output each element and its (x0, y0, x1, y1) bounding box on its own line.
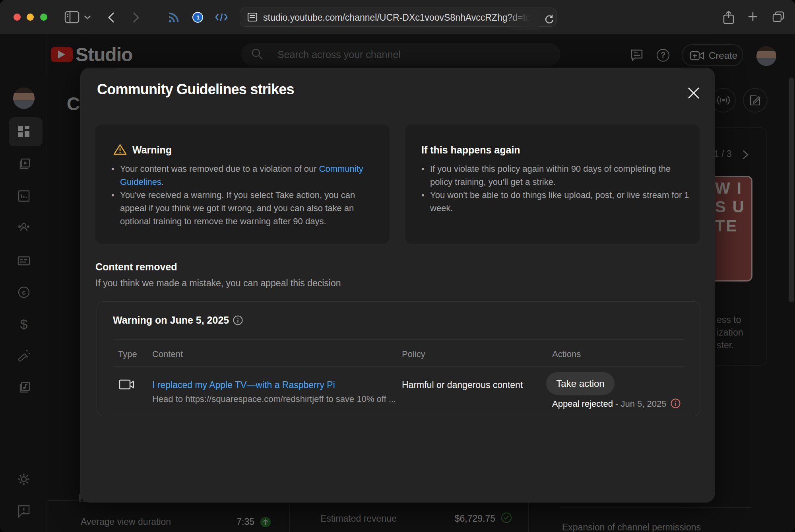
tab-overview-button[interactable] (772, 11, 785, 23)
policy-value: Harmful or dangerous content (402, 380, 523, 390)
warning-card: Warning Your content was removed due to … (95, 124, 390, 244)
warning-icon (113, 144, 127, 155)
code-extension-icon[interactable] (215, 12, 228, 22)
video-type-icon (119, 379, 135, 390)
modal-title: Community Guidelines strikes (97, 81, 294, 98)
url-text[interactable]: studio.youtube.com/channel/UCR-DXc1voovS… (263, 12, 541, 23)
table-divider-top (113, 339, 685, 340)
new-tab-button[interactable] (747, 11, 758, 22)
strike-details-card: Warning on June 5, 2025 Type Content Pol… (97, 301, 700, 416)
strikes-modal: Community Guidelines strikes Warning You… (80, 68, 715, 503)
column-header-actions: Actions (552, 349, 581, 359)
table-divider-header (113, 366, 685, 367)
browser-window: 1 studio.youtube.com/channel/UCR-DXc1voo… (0, 0, 795, 532)
column-header-type: Type (118, 349, 137, 359)
appeal-status-line: Appeal rejected - Jun 5, 2025 (552, 397, 679, 409)
reader-view-icon[interactable] (247, 12, 258, 22)
title-divider (80, 108, 715, 108)
if-again-card: If this happens again If you violate thi… (405, 124, 700, 244)
if-again-bullet-1: If you violate this policy again within … (405, 162, 700, 188)
strike-card-heading-row: Warning on June 5, 2025 (113, 315, 243, 326)
appeal-rejected-info-icon[interactable] (671, 398, 681, 408)
appeal-status: Appeal rejected (552, 399, 613, 409)
onepassword-extension-icon[interactable]: 1 (192, 12, 203, 23)
strike-card-heading: Warning on June 5, 2025 (113, 315, 229, 326)
take-action-button[interactable]: Take action (546, 372, 615, 395)
window-minimize-button[interactable] (27, 14, 34, 21)
warning-heading: Warning (132, 144, 172, 156)
window-zoom-button[interactable] (40, 14, 47, 21)
appeal-date: - Jun 5, 2025 (615, 399, 666, 409)
sidebar-toggle-icon[interactable] (64, 11, 80, 23)
share-button[interactable] (723, 10, 735, 25)
if-again-bullet-2: You won't be able to do things like uplo… (405, 188, 700, 215)
content-removed-subheading: If you think we made a mistake, you can … (95, 278, 341, 289)
url-fade (504, 9, 539, 30)
address-bar[interactable]: studio.youtube.com/channel/UCR-DXc1voovS… (240, 8, 556, 27)
back-button[interactable] (107, 12, 117, 23)
reload-button[interactable] (545, 15, 554, 25)
video-subtitle: Head to https://squarespace.com/redshirt… (152, 394, 396, 404)
close-icon[interactable] (686, 85, 701, 101)
column-header-content: Content (152, 349, 183, 359)
take-action-label: Take action (556, 378, 604, 389)
forward-button[interactable] (130, 12, 141, 23)
if-again-heading: If this happens again (421, 144, 520, 156)
toolbar-chevron-down-icon[interactable] (83, 14, 91, 20)
rss-extension-icon[interactable] (168, 12, 179, 23)
warning-bullet-2: You've received a warning. If you select… (95, 188, 390, 228)
column-header-policy: Policy (402, 349, 425, 359)
warning-bullet-1: Your content was removed due to a violat… (95, 162, 390, 188)
content-removed-heading: Content removed (95, 261, 177, 273)
video-title-link[interactable]: I replaced my Apple TV—with a Raspberry … (152, 380, 335, 390)
browser-toolbar: 1 studio.youtube.com/channel/UCR-DXc1voo… (0, 0, 795, 34)
window-close-button[interactable] (14, 14, 21, 21)
info-icon[interactable] (233, 315, 243, 325)
